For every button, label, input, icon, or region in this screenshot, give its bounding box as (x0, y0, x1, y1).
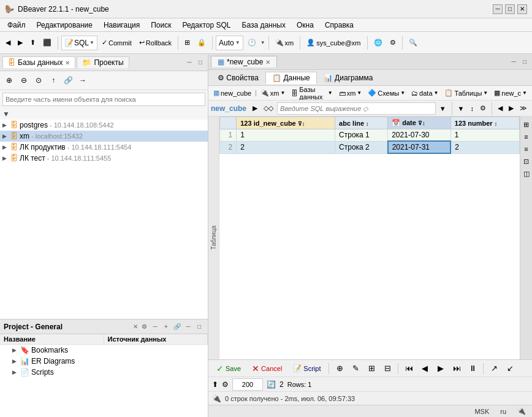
export-btn[interactable]: ↗ (487, 362, 501, 375)
tab-projects[interactable]: 📁 Проекты (77, 56, 129, 68)
disconnect-btn[interactable]: ⊖ (17, 74, 31, 87)
import-btn[interactable]: ↙ (503, 362, 517, 375)
bottom-panel-maximize[interactable]: □ (194, 322, 204, 332)
col-header-number[interactable]: 123 number ↕ (450, 117, 519, 129)
menu-search[interactable]: Поиск (146, 20, 176, 31)
add-row-btn[interactable]: ⊕ (333, 362, 346, 375)
col-header-date[interactable]: 📅 date ⊽↕ (388, 117, 451, 129)
table-row[interactable]: 1 1 Строка 1 2021-07-30 1 (220, 129, 520, 142)
db-tab-close[interactable]: ✕ (65, 59, 70, 66)
script-button[interactable]: 📝 Script (289, 362, 325, 374)
tree-item-lktest[interactable]: ▶ 🗄 ЛК тест - 10.144.18.111:5455 (0, 153, 208, 164)
sub-tab-diagram[interactable]: 📊 Диаграмма (317, 72, 380, 84)
collapse-btn[interactable]: ↑ (47, 74, 60, 87)
breadcrumb-data[interactable]: 🗂 data ▼ (409, 89, 441, 98)
tab-new-cube[interactable]: ▦ *new_cube ✕ (211, 56, 277, 67)
lock-button[interactable]: 🔒 (194, 35, 209, 51)
search-input[interactable] (2, 93, 205, 106)
prev-row-btn[interactable]: ◀ (418, 362, 431, 375)
breadcrumb-schemas[interactable]: 🔷 Схемы ▼ (365, 88, 408, 98)
sql-expression-input[interactable] (277, 102, 436, 115)
sql-dropdown-arrow[interactable]: ▼ (89, 40, 94, 45)
breadcrumb-databases[interactable]: 🗄 Базы данных ▼ (289, 86, 335, 101)
menu-help[interactable]: Справка (320, 20, 359, 31)
panel-minimize-btn[interactable]: ─ (184, 58, 194, 67)
sql-run-btn[interactable]: ▶ (250, 103, 260, 113)
tree-item-scripts[interactable]: ▶ 📄 Scripts (0, 367, 208, 378)
menu-windows[interactable]: Окна (292, 20, 319, 31)
row-limit-input[interactable] (232, 378, 263, 391)
cancel-button[interactable]: ✕ Cancel (248, 362, 286, 375)
connect-btn[interactable]: ⊙ (32, 74, 45, 87)
cell-number-1[interactable]: 1 (450, 129, 519, 142)
settings-button[interactable]: ⚙ (387, 35, 399, 51)
link-btn[interactable]: 🔗 (61, 74, 75, 87)
cell-number-2[interactable]: 2 (450, 141, 519, 153)
menu-nav[interactable]: Навигация (99, 20, 145, 31)
bottom-panel-close[interactable]: ✕ (133, 323, 138, 330)
clock-dropdown-arrow[interactable]: ▼ (260, 40, 265, 45)
sql-left-btn[interactable]: ◀ (495, 103, 505, 113)
xm-button[interactable]: 🔌 xm (272, 35, 297, 51)
close-button[interactable]: ✕ (517, 4, 527, 14)
tab-databases[interactable]: 🗄 Базы данных ✕ (2, 56, 75, 68)
delete-row-btn[interactable]: ⊟ (381, 362, 394, 375)
cell-line-2[interactable]: Строка 2 (335, 141, 388, 153)
sql-right-btn[interactable]: ▶ (506, 103, 516, 113)
save-button[interactable]: ✓ Save (212, 362, 245, 375)
cell-id-1[interactable]: 1 (237, 129, 335, 142)
edit-row-btn[interactable]: ✎ (349, 362, 362, 375)
sysuser-button[interactable]: 👤 sys_cube@xm (303, 35, 363, 51)
sql-filter-btn[interactable]: ▼ (455, 104, 467, 113)
sub-tab-data[interactable]: 📋 Данные (265, 72, 317, 84)
sql-copy-btn[interactable]: ◇◇ (261, 103, 276, 113)
tree-item-erdiagrams[interactable]: ▶ 📊 ER Diagrams (0, 356, 208, 367)
tab-close-btn[interactable]: ✕ (265, 59, 270, 66)
minimize-button[interactable]: ─ (493, 4, 503, 14)
clock-button[interactable]: 🕐 (245, 35, 259, 51)
stop-refresh-btn[interactable]: ⏸ (466, 362, 479, 375)
cell-line-1[interactable]: Строка 1 (335, 129, 388, 142)
add-connection-btn[interactable]: ⊕ (2, 74, 16, 87)
breadcrumb-xm2[interactable]: 🗃 xm ▼ (336, 89, 365, 98)
sql-more-btn[interactable]: ≫ (517, 103, 530, 113)
bottom-panel-plus[interactable]: + (161, 322, 171, 332)
bottom-panel-settings[interactable]: ⚙ (139, 322, 149, 332)
grid-button[interactable]: ⊞ (181, 35, 193, 51)
tree-item-lkprod[interactable]: ▶ 🗄 ЛК продуктив - 10.144.18.111:5454 (0, 142, 208, 153)
arrow-right-btn[interactable]: → (76, 74, 89, 87)
tree-item-bookmarks[interactable]: ▶ 🔖 Bookmarks (0, 345, 208, 356)
right-panel-maximize[interactable]: □ (520, 57, 530, 67)
tree-item-postgres[interactable]: ▶ 🗄 postgres - 10.144.18.108:5442 (0, 120, 208, 131)
next-row-btn[interactable]: ▶ (434, 362, 447, 375)
duplicate-row-btn[interactable]: ⊞ (365, 362, 378, 375)
config-icon-btn[interactable]: ◫ (521, 168, 532, 179)
sql-dropdown-btn[interactable]: ▼ (437, 104, 449, 113)
columns-icon-btn[interactable]: ≡ (521, 131, 532, 142)
last-row-btn[interactable]: ⏭ (450, 362, 463, 375)
forward-button[interactable]: ▶ (15, 35, 26, 51)
sql-configure-btn[interactable]: ⚙ (477, 103, 488, 113)
breadcrumb-newc[interactable]: ▦ new_c ▼ (492, 88, 530, 98)
cell-id-2[interactable]: 2 (237, 141, 335, 153)
menu-edit[interactable]: Редактирование (32, 20, 97, 31)
stop-button[interactable]: ⬛ (40, 35, 55, 51)
first-row-btn[interactable]: ⏮ (402, 362, 416, 375)
home-button[interactable]: ⬆ (27, 35, 39, 51)
breadcrumb-tables[interactable]: 📋 Таблицы ▼ (442, 88, 490, 98)
table-row[interactable]: 2 2 Строка 2 2021-07-31 2 (220, 141, 520, 153)
breadcrumb-xm[interactable]: 🔌 xm ▼ (258, 88, 288, 98)
rollback-button[interactable]: ↩ Rollback (136, 35, 175, 51)
col-header-id[interactable]: 123 id_new_cube ⊽↕ (237, 117, 335, 129)
sub-tab-properties[interactable]: ⚙ Свойства (211, 72, 265, 84)
rows-icon-btn[interactable]: ≡ (521, 143, 532, 155)
bottom-panel-minimize[interactable]: ─ (183, 322, 193, 332)
col-header-line[interactable]: abc line ↕ (335, 117, 388, 129)
search-toolbar-button[interactable]: 🔍 (406, 35, 420, 51)
menu-file[interactable]: Файл (2, 20, 31, 31)
right-panel-minimize[interactable]: ─ (509, 57, 519, 67)
sql-sort-btn[interactable]: ↕ (468, 104, 477, 113)
menu-database[interactable]: База данных (237, 20, 291, 31)
nav-button[interactable]: 🌐 (371, 35, 386, 51)
maximize-button[interactable]: □ (505, 4, 515, 14)
